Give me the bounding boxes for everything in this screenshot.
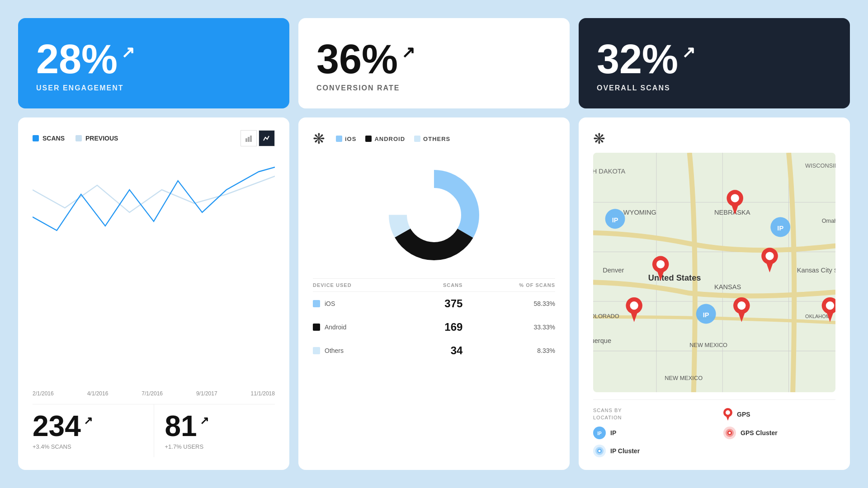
svg-text:OKLAHOM: OKLAHOM bbox=[805, 314, 830, 319]
legend-scans-label: SCANS bbox=[42, 135, 65, 142]
pct-android: 33.33% bbox=[462, 315, 555, 339]
col-pct: % OF SCANS bbox=[462, 279, 555, 292]
svg-text:IP: IP bbox=[612, 216, 618, 224]
map-legend-ip: IP IP bbox=[593, 427, 705, 439]
scans-others: 34 bbox=[412, 339, 463, 362]
svg-text:WISCONSIN: WISCONSIN bbox=[805, 162, 835, 169]
map-snowflake-icon: ❋ bbox=[593, 130, 605, 147]
scans-arrow: ↗ bbox=[682, 44, 695, 61]
map-header: ❋ bbox=[593, 130, 835, 147]
svg-text:NEW MEXICO: NEW MEXICO bbox=[689, 342, 727, 348]
svg-point-81 bbox=[599, 450, 601, 452]
col-device: DEVICE USED bbox=[313, 279, 412, 292]
engagement-value: 28% ↗ bbox=[36, 39, 271, 80]
svg-text:IP: IP bbox=[597, 431, 602, 436]
svg-rect-1 bbox=[248, 137, 250, 142]
chart-stat-scans: 234 ↗ +3.4% SCANS bbox=[33, 404, 154, 457]
pct-others: 8.33% bbox=[462, 339, 555, 362]
ip-cluster-icon bbox=[593, 445, 606, 457]
svg-point-59 bbox=[826, 301, 834, 310]
android-dot bbox=[365, 136, 372, 142]
scans-value: 32% ↗ bbox=[597, 39, 832, 80]
col-scans: SCANS bbox=[412, 279, 463, 292]
chart-bar-btn[interactable] bbox=[241, 130, 257, 146]
svg-text:IP: IP bbox=[703, 311, 709, 319]
svg-text:SOUTH DAKOTA: SOUTH DAKOTA bbox=[593, 168, 626, 175]
engagement-arrow: ↗ bbox=[121, 44, 135, 61]
conversion-value: 36% ↗ bbox=[316, 39, 552, 80]
ip-badge-icon: IP bbox=[593, 427, 606, 439]
legend-scans: SCANS bbox=[33, 135, 65, 142]
donut-legend-ios: iOS bbox=[336, 136, 356, 142]
line-chart-panel: SCANS PREVIOUS 2/1/2016 4/1/2016 7/1/201… bbox=[18, 117, 289, 470]
donut-header: ❋ iOS ANDROID OTHERS bbox=[313, 130, 555, 147]
chart-buttons bbox=[241, 130, 275, 146]
map-legend-ip-cluster: IP Cluster bbox=[593, 445, 705, 457]
scans-android: 169 bbox=[412, 315, 463, 339]
svg-text:United States: United States bbox=[648, 273, 701, 282]
donut-legend-others: OTHERS bbox=[414, 136, 450, 142]
map-panel: ❋ SOUTH DAKOTA WISCONSIN WYOMIN bbox=[579, 117, 850, 470]
device-android: Android bbox=[313, 315, 412, 339]
map-svg: SOUTH DAKOTA WISCONSIN WYOMING NEBRASKA … bbox=[593, 153, 835, 392]
ios-color-box bbox=[313, 300, 320, 307]
chart-dates: 2/1/2016 4/1/2016 7/1/2016 9/1/2017 11/1… bbox=[33, 390, 275, 397]
svg-text:NEW MEXICO: NEW MEXICO bbox=[665, 375, 703, 381]
stat-card-conversion: 36% ↗ CONVERSION RATE bbox=[298, 18, 570, 108]
svg-text:St. Louis: St. Louis bbox=[834, 267, 835, 274]
others-color-box bbox=[313, 347, 320, 354]
chart-line-btn[interactable] bbox=[259, 130, 275, 146]
conversion-label: CONVERSION RATE bbox=[316, 84, 552, 92]
svg-text:KANSAS: KANSAS bbox=[714, 283, 741, 291]
gps-cluster-icon bbox=[723, 427, 736, 439]
map-legend-label: SCANS BYLOCATION bbox=[593, 407, 705, 421]
svg-text:Denver: Denver bbox=[603, 267, 624, 274]
chart-stat-users: 81 ↗ +1.7% USERS bbox=[154, 404, 275, 457]
legend-previous-label: PREVIOUS bbox=[85, 135, 118, 142]
ios-dot bbox=[336, 136, 342, 142]
scans-ios: 375 bbox=[412, 292, 463, 316]
chart-stats: 234 ↗ +3.4% SCANS 81 ↗ +1.7% USERS bbox=[33, 404, 275, 457]
chart-area bbox=[33, 154, 275, 385]
table-row-android: Android 169 33.33% bbox=[313, 315, 555, 339]
table-row-ios: iOS 375 58.33% bbox=[313, 292, 555, 316]
engagement-label: USER ENGAGEMENT bbox=[36, 84, 271, 92]
svg-point-47 bbox=[731, 194, 739, 202]
stat-card-scans: 32% ↗ OVERALL SCANS bbox=[579, 18, 850, 108]
device-others: Others bbox=[313, 339, 412, 362]
gps-pin-icon bbox=[723, 408, 732, 421]
others-dot bbox=[414, 136, 420, 142]
donut-svg bbox=[380, 161, 488, 269]
svg-text:Kansas City: Kansas City bbox=[797, 267, 833, 274]
svg-point-62 bbox=[737, 301, 745, 310]
svg-text:IP: IP bbox=[777, 225, 783, 232]
svg-point-77 bbox=[729, 432, 731, 434]
svg-text:COLORADO: COLORADO bbox=[593, 313, 619, 319]
svg-rect-0 bbox=[245, 138, 247, 142]
legend-previous-dot bbox=[75, 135, 82, 141]
conversion-arrow: ↗ bbox=[401, 44, 415, 61]
svg-rect-2 bbox=[250, 136, 252, 142]
svg-text:WYOMING: WYOMING bbox=[623, 209, 656, 216]
device-table: DEVICE USED SCANS % OF SCANS iOS 375 58.… bbox=[313, 278, 555, 362]
svg-text:Omaha: Omaha bbox=[822, 217, 835, 224]
svg-text:Albuquerque: Albuquerque bbox=[593, 337, 611, 344]
stat-card-engagement: 28% ↗ USER ENGAGEMENT bbox=[18, 18, 289, 108]
donut-legend-android: ANDROID bbox=[365, 136, 405, 142]
map-legend: SCANS BYLOCATION GPS IP IP bbox=[593, 399, 835, 457]
svg-text:NEBRASKA: NEBRASKA bbox=[714, 209, 750, 216]
legend-previous: PREVIOUS bbox=[75, 135, 118, 142]
map-area: SOUTH DAKOTA WISCONSIN WYOMING NEBRASKA … bbox=[593, 153, 835, 392]
pct-ios: 58.33% bbox=[462, 292, 555, 316]
map-legend-gps: GPS bbox=[723, 407, 835, 421]
legend-scans-dot bbox=[33, 135, 39, 141]
android-color-box bbox=[313, 324, 320, 331]
map-legend-gps-cluster: GPS Cluster bbox=[723, 427, 835, 439]
svg-point-53 bbox=[656, 260, 665, 268]
table-row-others: Others 34 8.33% bbox=[313, 339, 555, 362]
donut-legend: iOS ANDROID OTHERS bbox=[336, 136, 450, 142]
donut-chart bbox=[313, 161, 555, 269]
device-ios: iOS bbox=[313, 292, 412, 316]
line-chart-svg bbox=[33, 154, 275, 244]
scans-label: OVERALL SCANS bbox=[597, 84, 832, 92]
